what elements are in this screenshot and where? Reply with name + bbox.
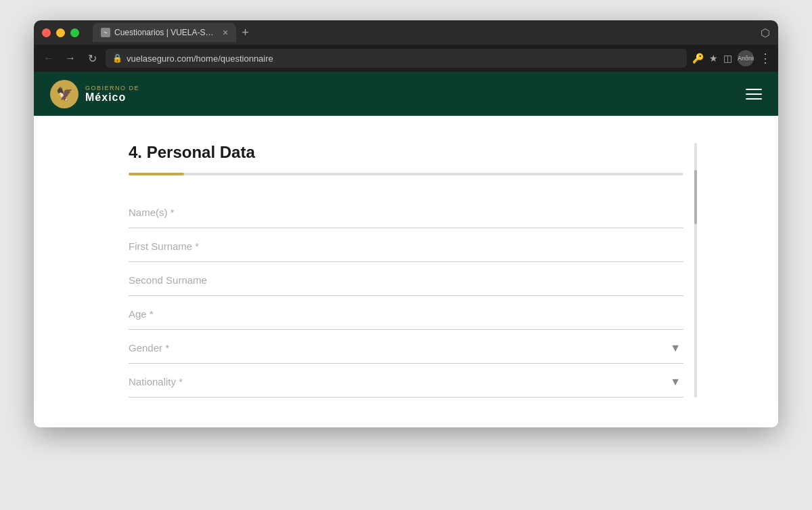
logo-title: México: [85, 91, 139, 104]
section-title: 4. Personal Data: [129, 143, 683, 162]
age-input[interactable]: [129, 299, 683, 330]
nav-bar: 🦅 Gobierno de México: [34, 72, 778, 116]
nationality-select[interactable]: Nationality * Mexican Other: [129, 366, 683, 398]
form-wrapper: 4. Personal Data: [115, 116, 697, 427]
reload-button[interactable]: ↻: [84, 52, 100, 65]
active-tab[interactable]: ~ Cuestionarios | VUELA-SEGUR... ×: [93, 23, 236, 42]
form-area: 4. Personal Data: [129, 143, 683, 398]
eagle-icon: 🦅: [56, 86, 73, 102]
logo-seal: 🦅: [50, 80, 78, 108]
menu-bar-1: [746, 89, 762, 90]
traffic-light-red[interactable]: [42, 28, 51, 37]
menu-bar-3: [746, 98, 762, 100]
url-bar[interactable]: 🔒 vuelaseguro.com/home/questionnaire: [106, 49, 687, 68]
star-icon[interactable]: ★: [709, 53, 718, 64]
page-container: 🦅 Gobierno de México 4. Personal Data: [34, 72, 778, 427]
traffic-light-yellow[interactable]: [56, 28, 65, 37]
url-text: vuelaseguro.com/home/questionnaire: [127, 54, 273, 64]
forward-button[interactable]: →: [62, 52, 78, 64]
browser-titlebar: ~ Cuestionarios | VUELA-SEGUR... × + ⬡: [34, 20, 778, 45]
logo-text: Gobierno de México: [85, 85, 139, 104]
scrollbar-thumb[interactable]: [694, 170, 697, 224]
browser-window: ~ Cuestionarios | VUELA-SEGUR... × + ⬡ ←…: [34, 20, 778, 427]
key-icon: 🔑: [692, 53, 704, 64]
browser-addressbar: ← → ↻ 🔒 vuelaseguro.com/home/questionnai…: [34, 45, 778, 72]
logo-area: 🦅 Gobierno de México: [50, 80, 139, 108]
menu-button[interactable]: ⋮: [759, 51, 771, 66]
names-input[interactable]: [129, 197, 683, 228]
hamburger-menu[interactable]: [746, 89, 762, 100]
traffic-light-green[interactable]: [70, 28, 79, 37]
tab-title: Cuestionarios | VUELA-SEGUR...: [114, 28, 216, 37]
profile-label: Anônima: [738, 55, 754, 62]
address-actions: 🔑 ★ ◫ Anônima ⋮: [692, 50, 771, 66]
second-surname-input[interactable]: [129, 265, 683, 296]
extensions-icon: ⬡: [761, 26, 770, 39]
gender-field: Gender * Male Female Other ▼: [129, 333, 683, 364]
progress-bar-fill: [129, 173, 184, 175]
names-field: [129, 197, 683, 228]
lock-icon: 🔒: [112, 54, 122, 63]
progress-bar-container: [129, 173, 683, 175]
first-surname-input[interactable]: [129, 231, 683, 262]
first-surname-field: [129, 231, 683, 262]
tab-icon[interactable]: ◫: [723, 53, 732, 64]
browser-extensions: ⬡: [761, 26, 770, 39]
tab-close-button[interactable]: ×: [223, 27, 228, 38]
nationality-field: Nationality * Mexican Other ▼: [129, 366, 683, 398]
age-field: [129, 299, 683, 330]
tab-favicon: ~: [101, 28, 110, 37]
logo-subtitle: Gobierno de: [85, 85, 139, 91]
gender-select[interactable]: Gender * Male Female Other: [129, 333, 683, 364]
scrollbar[interactable]: [694, 143, 697, 398]
second-surname-field: [129, 265, 683, 296]
tab-bar: ~ Cuestionarios | VUELA-SEGUR... × +: [93, 23, 755, 42]
menu-bar-2: [746, 93, 762, 95]
new-tab-button[interactable]: +: [242, 26, 249, 40]
back-button[interactable]: ←: [41, 52, 57, 64]
profile-button[interactable]: Anônima: [738, 50, 754, 66]
